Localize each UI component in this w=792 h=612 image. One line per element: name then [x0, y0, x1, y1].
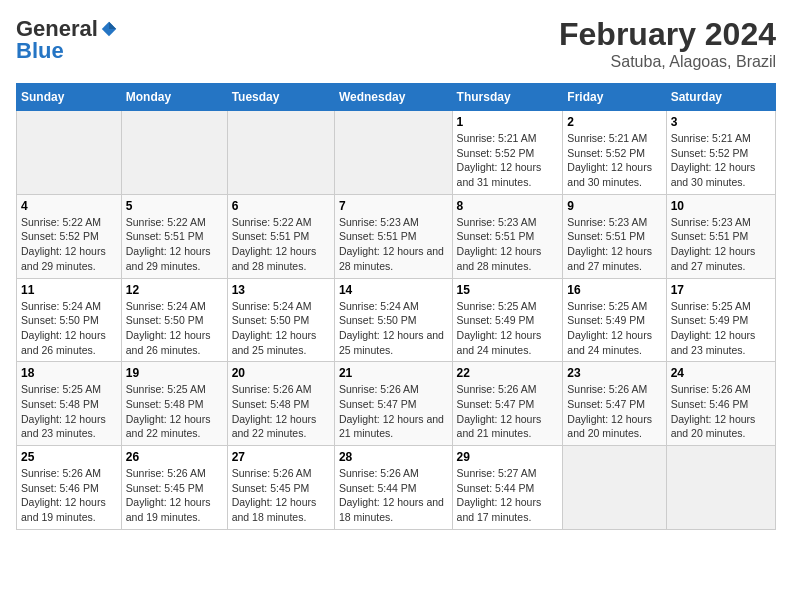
calendar-cell: 24Sunrise: 5:26 AM Sunset: 5:46 PM Dayli… [666, 362, 775, 446]
day-info: Sunrise: 5:22 AM Sunset: 5:51 PM Dayligh… [126, 215, 223, 274]
calendar-cell: 23Sunrise: 5:26 AM Sunset: 5:47 PM Dayli… [563, 362, 666, 446]
day-number: 8 [457, 199, 559, 213]
day-info: Sunrise: 5:26 AM Sunset: 5:47 PM Dayligh… [339, 382, 448, 441]
day-number: 6 [232, 199, 330, 213]
day-number: 22 [457, 366, 559, 380]
day-info: Sunrise: 5:26 AM Sunset: 5:47 PM Dayligh… [567, 382, 661, 441]
calendar-cell: 17Sunrise: 5:25 AM Sunset: 5:49 PM Dayli… [666, 278, 775, 362]
calendar-cell: 20Sunrise: 5:26 AM Sunset: 5:48 PM Dayli… [227, 362, 334, 446]
day-header-wednesday: Wednesday [334, 84, 452, 111]
calendar-cell: 10Sunrise: 5:23 AM Sunset: 5:51 PM Dayli… [666, 194, 775, 278]
day-info: Sunrise: 5:23 AM Sunset: 5:51 PM Dayligh… [671, 215, 771, 274]
day-info: Sunrise: 5:26 AM Sunset: 5:46 PM Dayligh… [671, 382, 771, 441]
day-info: Sunrise: 5:25 AM Sunset: 5:48 PM Dayligh… [21, 382, 117, 441]
calendar-table: SundayMondayTuesdayWednesdayThursdayFrid… [16, 83, 776, 530]
day-header-sunday: Sunday [17, 84, 122, 111]
day-number: 25 [21, 450, 117, 464]
calendar-cell: 13Sunrise: 5:24 AM Sunset: 5:50 PM Dayli… [227, 278, 334, 362]
calendar-cell [563, 446, 666, 530]
day-info: Sunrise: 5:26 AM Sunset: 5:45 PM Dayligh… [126, 466, 223, 525]
day-number: 19 [126, 366, 223, 380]
calendar-cell: 18Sunrise: 5:25 AM Sunset: 5:48 PM Dayli… [17, 362, 122, 446]
calendar-cell: 11Sunrise: 5:24 AM Sunset: 5:50 PM Dayli… [17, 278, 122, 362]
day-number: 28 [339, 450, 448, 464]
day-number: 10 [671, 199, 771, 213]
day-number: 23 [567, 366, 661, 380]
calendar-cell: 5Sunrise: 5:22 AM Sunset: 5:51 PM Daylig… [121, 194, 227, 278]
day-number: 18 [21, 366, 117, 380]
calendar-cell: 6Sunrise: 5:22 AM Sunset: 5:51 PM Daylig… [227, 194, 334, 278]
week-row-3: 11Sunrise: 5:24 AM Sunset: 5:50 PM Dayli… [17, 278, 776, 362]
calendar-cell: 7Sunrise: 5:23 AM Sunset: 5:51 PM Daylig… [334, 194, 452, 278]
day-number: 14 [339, 283, 448, 297]
calendar-cell: 15Sunrise: 5:25 AM Sunset: 5:49 PM Dayli… [452, 278, 563, 362]
day-info: Sunrise: 5:26 AM Sunset: 5:48 PM Dayligh… [232, 382, 330, 441]
day-info: Sunrise: 5:24 AM Sunset: 5:50 PM Dayligh… [232, 299, 330, 358]
week-row-5: 25Sunrise: 5:26 AM Sunset: 5:46 PM Dayli… [17, 446, 776, 530]
day-number: 15 [457, 283, 559, 297]
day-number: 4 [21, 199, 117, 213]
day-info: Sunrise: 5:21 AM Sunset: 5:52 PM Dayligh… [671, 131, 771, 190]
calendar-cell: 25Sunrise: 5:26 AM Sunset: 5:46 PM Dayli… [17, 446, 122, 530]
day-header-tuesday: Tuesday [227, 84, 334, 111]
day-number: 7 [339, 199, 448, 213]
day-info: Sunrise: 5:22 AM Sunset: 5:51 PM Dayligh… [232, 215, 330, 274]
calendar-cell: 12Sunrise: 5:24 AM Sunset: 5:50 PM Dayli… [121, 278, 227, 362]
week-row-4: 18Sunrise: 5:25 AM Sunset: 5:48 PM Dayli… [17, 362, 776, 446]
day-info: Sunrise: 5:26 AM Sunset: 5:46 PM Dayligh… [21, 466, 117, 525]
day-number: 21 [339, 366, 448, 380]
day-number: 2 [567, 115, 661, 129]
day-number: 5 [126, 199, 223, 213]
calendar-cell: 19Sunrise: 5:25 AM Sunset: 5:48 PM Dayli… [121, 362, 227, 446]
calendar-cell: 3Sunrise: 5:21 AM Sunset: 5:52 PM Daylig… [666, 111, 775, 195]
title-area: February 2024 Satuba, Alagoas, Brazil [559, 16, 776, 71]
day-info: Sunrise: 5:23 AM Sunset: 5:51 PM Dayligh… [457, 215, 559, 274]
day-number: 29 [457, 450, 559, 464]
calendar-cell [227, 111, 334, 195]
calendar-cell: 8Sunrise: 5:23 AM Sunset: 5:51 PM Daylig… [452, 194, 563, 278]
calendar-cell: 2Sunrise: 5:21 AM Sunset: 5:52 PM Daylig… [563, 111, 666, 195]
logo-blue-text: Blue [16, 38, 64, 64]
day-info: Sunrise: 5:25 AM Sunset: 5:49 PM Dayligh… [567, 299, 661, 358]
subtitle: Satuba, Alagoas, Brazil [559, 53, 776, 71]
day-header-saturday: Saturday [666, 84, 775, 111]
day-info: Sunrise: 5:22 AM Sunset: 5:52 PM Dayligh… [21, 215, 117, 274]
calendar-cell: 14Sunrise: 5:24 AM Sunset: 5:50 PM Dayli… [334, 278, 452, 362]
calendar-cell: 21Sunrise: 5:26 AM Sunset: 5:47 PM Dayli… [334, 362, 452, 446]
day-info: Sunrise: 5:24 AM Sunset: 5:50 PM Dayligh… [126, 299, 223, 358]
day-info: Sunrise: 5:24 AM Sunset: 5:50 PM Dayligh… [21, 299, 117, 358]
day-number: 3 [671, 115, 771, 129]
calendar-cell: 29Sunrise: 5:27 AM Sunset: 5:44 PM Dayli… [452, 446, 563, 530]
day-info: Sunrise: 5:25 AM Sunset: 5:48 PM Dayligh… [126, 382, 223, 441]
week-row-1: 1Sunrise: 5:21 AM Sunset: 5:52 PM Daylig… [17, 111, 776, 195]
day-number: 20 [232, 366, 330, 380]
calendar-cell: 4Sunrise: 5:22 AM Sunset: 5:52 PM Daylig… [17, 194, 122, 278]
day-number: 11 [21, 283, 117, 297]
calendar-cell: 1Sunrise: 5:21 AM Sunset: 5:52 PM Daylig… [452, 111, 563, 195]
day-info: Sunrise: 5:21 AM Sunset: 5:52 PM Dayligh… [567, 131, 661, 190]
day-number: 9 [567, 199, 661, 213]
day-info: Sunrise: 5:24 AM Sunset: 5:50 PM Dayligh… [339, 299, 448, 358]
calendar-body: 1Sunrise: 5:21 AM Sunset: 5:52 PM Daylig… [17, 111, 776, 530]
day-number: 16 [567, 283, 661, 297]
day-info: Sunrise: 5:21 AM Sunset: 5:52 PM Dayligh… [457, 131, 559, 190]
header: General Blue February 2024 Satuba, Alago… [16, 16, 776, 71]
day-number: 27 [232, 450, 330, 464]
day-number: 26 [126, 450, 223, 464]
day-number: 12 [126, 283, 223, 297]
day-info: Sunrise: 5:26 AM Sunset: 5:47 PM Dayligh… [457, 382, 559, 441]
day-number: 1 [457, 115, 559, 129]
day-info: Sunrise: 5:27 AM Sunset: 5:44 PM Dayligh… [457, 466, 559, 525]
calendar-cell [17, 111, 122, 195]
day-info: Sunrise: 5:23 AM Sunset: 5:51 PM Dayligh… [567, 215, 661, 274]
day-header-thursday: Thursday [452, 84, 563, 111]
day-number: 17 [671, 283, 771, 297]
calendar-cell [666, 446, 775, 530]
logo: General Blue [16, 16, 118, 64]
calendar-cell [121, 111, 227, 195]
day-info: Sunrise: 5:26 AM Sunset: 5:45 PM Dayligh… [232, 466, 330, 525]
header-row: SundayMondayTuesdayWednesdayThursdayFrid… [17, 84, 776, 111]
week-row-2: 4Sunrise: 5:22 AM Sunset: 5:52 PM Daylig… [17, 194, 776, 278]
calendar-cell: 16Sunrise: 5:25 AM Sunset: 5:49 PM Dayli… [563, 278, 666, 362]
calendar-cell: 28Sunrise: 5:26 AM Sunset: 5:44 PM Dayli… [334, 446, 452, 530]
